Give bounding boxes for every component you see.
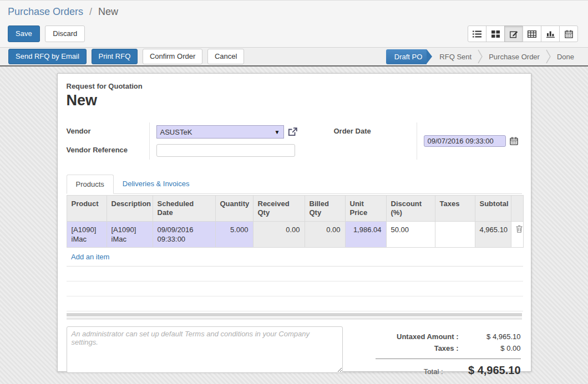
col-actions [511,196,523,222]
form-subtitle: Request for Quotation [67,82,522,90]
notebook-tabs: Products Deliveries & Invoices [67,175,522,194]
pivot-view-icon [528,30,536,38]
total-value: $ 4,965.10 [454,365,521,376]
stage-arrow-point [427,49,432,64]
graph-view-button[interactable] [541,25,560,42]
list-view-icon [473,30,481,38]
confirm-order-button[interactable]: Confirm Order [143,49,202,64]
cell-unit-price[interactable]: 1,986.04 [345,222,386,248]
cell-subtotal: 4,965.10 [475,222,511,248]
tab-deliveries-invoices[interactable]: Deliveries & Invoices [114,175,199,193]
stage-purchase-order[interactable]: Purchase Order [481,49,547,64]
kanban-view-button[interactable] [486,25,505,42]
table-header-row: Product Description Scheduled Date Quant… [67,196,523,222]
cell-product[interactable]: [A1090] iMac [67,222,107,248]
vendor-select[interactable]: ASUSTeK ▼ [156,125,284,139]
form-view-button[interactable] [504,25,523,42]
graph-view-icon [546,30,555,38]
col-description: Description [107,196,153,222]
col-product: Product [67,196,107,222]
delete-row-button[interactable] [511,222,523,248]
section-divider [67,318,522,320]
vendor-label: Vendor [67,122,150,141]
untaxed-amount-value: $ 4,965.10 [470,331,521,342]
col-unit-price: Unit Price [345,196,386,222]
cell-discount[interactable]: 50.00 [386,222,435,248]
save-button[interactable]: Save [8,25,40,42]
empty-row [67,267,523,281]
cell-scheduled-date[interactable]: 09/09/2016 09:33:00 [153,222,215,248]
trash-icon [516,226,523,234]
pivot-view-button[interactable] [523,25,541,42]
breadcrumb: Purchase Orders / New [8,5,580,18]
stage-draft-po-label: Draft PO [386,49,427,64]
breadcrumb-parent-link[interactable]: Purchase Orders [8,6,83,17]
statusbar: Send RFQ by Email Print RFQ Confirm Orde… [0,47,588,66]
view-switcher [468,25,578,42]
col-taxes: Taxes [435,196,475,222]
discard-button[interactable]: Discard [45,25,85,42]
send-rfq-by-email-button[interactable]: Send RFQ by Email [8,49,87,64]
totals-divider [376,359,521,359]
add-an-item-link[interactable]: Add an item [71,253,109,261]
kanban-view-icon [491,30,500,38]
breadcrumb-separator: / [89,6,92,17]
cell-billed-qty: 0.00 [305,222,345,248]
untaxed-amount-label: Untaxed Amount : [376,331,470,342]
breadcrumb-current: New [98,6,118,17]
col-scheduled-date: Scheduled Date [153,196,215,222]
external-link-icon[interactable] [288,127,297,136]
stage-draft-po[interactable]: Draft PO [386,49,433,64]
calendar-view-button[interactable] [559,25,578,42]
table-scrollbar-track[interactable] [67,313,522,316]
col-quantity: Quantity [215,196,253,222]
cell-taxes[interactable] [435,222,475,248]
col-discount: Discount (%) [386,196,435,222]
order-lines-table: Product Description Scheduled Date Quant… [67,195,524,311]
vendor-reference-input[interactable] [156,144,295,157]
empty-row [67,281,523,296]
cell-quantity[interactable]: 5.000 [215,222,253,248]
order-date-label: Order Date [334,122,417,160]
form-sheet: Request for Quotation New Vendor ASUSTeK… [57,73,531,372]
vendor-reference-label: Vendor Reference [67,141,150,160]
col-subtotal: Subtotal [475,196,511,222]
stage-rfq-sent[interactable]: RFQ Sent [432,49,479,64]
stage-done[interactable]: Done [550,49,581,64]
form-view-icon [510,30,518,38]
order-date-input[interactable] [424,135,506,147]
terms-conditions-textarea[interactable] [67,326,343,373]
col-received-qty: Received Qty [253,196,305,222]
cancel-button[interactable]: Cancel [207,49,244,64]
print-rfq-button[interactable]: Print RFQ [92,49,138,64]
taxes-value: $ 0.00 [470,342,521,354]
table-row[interactable]: [A1090] iMac [A1090] iMac 09/09/2016 09:… [67,222,523,248]
empty-row [67,296,523,311]
status-stages: Draft PO RFQ Sent Purchase Order Done [386,49,581,64]
tab-products[interactable]: Products [67,175,114,194]
cell-received-qty: 0.00 [253,222,305,248]
page-title: New [67,92,522,109]
cell-description[interactable]: [A1090] iMac [107,222,153,248]
top-header: Purchase Orders / New Save Discard [0,1,588,47]
chevron-down-icon: ▼ [275,129,280,135]
vendor-value: ASUSTeK [160,128,192,136]
calendar-icon[interactable] [510,137,518,145]
add-item-row: Add an item [67,248,523,267]
total-label: Total : [376,366,454,377]
calendar-view-icon [565,30,573,38]
col-billed-qty: Billed Qty [305,196,345,222]
list-view-button[interactable] [468,25,486,42]
taxes-label: Taxes : [376,342,470,354]
totals-block: Untaxed Amount : $ 4,965.10 Taxes : $ 0.… [376,331,521,377]
